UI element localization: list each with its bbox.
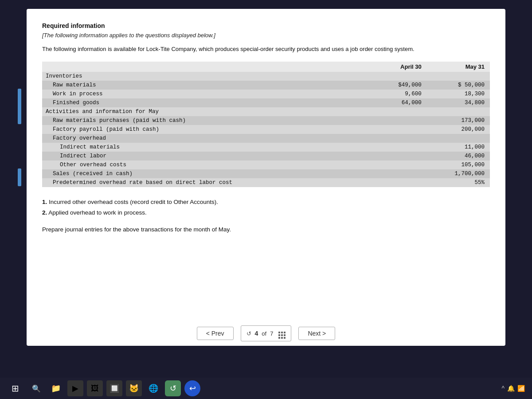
row-label: Raw materials [42,81,375,90]
description-text: The following information is available f… [42,45,490,54]
search-button[interactable]: 🔍 [28,380,44,396]
start-button[interactable]: ⊞ [7,380,23,396]
table-row: Predetermined overhead rate based on dir… [42,178,490,187]
app3-button[interactable]: ↺ [165,380,181,396]
table-row: Indirect labor46,000 [42,152,490,160]
table-row: Raw materials purchases (paid with cash)… [42,116,490,125]
app4-button[interactable]: ↩ [184,380,200,396]
row-label: Predetermined overhead rate based on dir… [42,178,375,187]
taskbar: ⊞ 🔍 📁 ▶ 🖼 🔲 🐱 🌐 ↺ ↩ ^ 🔔 📶 [0,378,532,399]
col-header-april: April 30 [375,62,427,72]
instruction-1: 1. Incurred other overhead costs (record… [42,197,490,207]
page-title: Required information [42,22,490,29]
file-explorer-button[interactable]: 📁 [48,380,64,396]
row-may-value [427,107,490,116]
row-may-value: $ 50,000 [427,81,490,90]
data-table: April 30 May 31 InventoriesRaw materials… [42,62,490,187]
row-april-value [375,152,427,160]
refresh-icon: ↺ [246,330,251,337]
row-april-value [375,72,427,81]
row-may-value: 1,700,000 [427,169,490,178]
browser-button[interactable]: 🌐 [145,380,161,396]
col-header-may: May 31 [427,62,490,72]
row-may-value: 46,000 [427,152,490,160]
app2-button[interactable]: 🐱 [126,380,142,396]
tray-icon-1: ^ [501,385,505,392]
table-row: Factory payroll (paid with cash)200,000 [42,125,490,134]
row-may-value: 11,000 [427,143,490,152]
row-april-value: $49,000 [375,81,427,90]
row-label: Indirect materials [42,143,375,152]
screen: Required information [The following info… [0,0,532,399]
of-label: of [262,330,266,337]
next-label: Next > [308,330,326,337]
next-button[interactable]: Next > [298,327,335,340]
current-page: 4 [255,330,258,337]
row-april-value [375,125,427,134]
grid-view-icon[interactable] [278,328,286,339]
prev-label: < Prev [206,330,224,337]
row-label: Other overhead costs [42,160,375,169]
prev-button[interactable]: < Prev [197,327,234,340]
page-subtitle: [The following information applies to th… [42,32,490,39]
row-april-value [375,107,427,116]
instructions: 1. Incurred other overhead costs (record… [42,197,490,219]
row-april-value [375,160,427,169]
table-row: Indirect materials11,000 [42,143,490,152]
table-row: Work in process9,60018,300 [42,90,490,98]
row-may-value [427,72,490,81]
row-april-value [375,143,427,152]
row-label: Finished goods [42,98,375,107]
row-april-value [375,116,427,125]
table-row: Factory overhead [42,134,490,143]
row-label: Factory payroll (paid with cash) [42,125,375,134]
row-label: Activities and information for May [42,107,375,116]
row-may-value [427,134,490,143]
row-may-value: 34,800 [427,98,490,107]
row-label: Indirect labor [42,152,375,160]
tray-icon-bell: 🔔 [507,385,515,392]
row-label: Raw materials purchases (paid with cash) [42,116,375,125]
instruction-2: 2. Applied overhead to work in process. [42,207,490,218]
row-may-value: 200,000 [427,125,490,134]
row-april-value: 64,000 [375,98,427,107]
table-row: Sales (received in cash)1,700,000 [42,169,490,178]
row-april-value [375,178,427,187]
media-button[interactable]: ▶ [67,380,83,396]
row-april-value [375,134,427,143]
total-pages: 7 [270,330,273,337]
col-header-label [42,62,375,72]
row-may-value: 173,000 [427,116,490,125]
instruction-2-text: Applied overhead to work in process. [48,209,146,216]
row-label: Inventories [42,72,375,81]
app1-button[interactable]: 🔲 [106,380,122,396]
left-accent-2 [18,168,21,186]
system-tray: ^ 🔔 📶 [501,385,525,392]
table-row: Raw materials$49,000$ 50,000 [42,81,490,90]
row-label: Work in process [42,90,375,98]
row-april-value: 9,600 [375,90,427,98]
table-row: Other overhead costs105,000 [42,160,490,169]
page-indicator: ↺ 4 of 7 [241,325,292,341]
row-label: Factory overhead [42,134,375,143]
instruction-2-bold: 2. [42,209,47,216]
instruction-1-bold: 1. [42,199,47,205]
gallery-button[interactable]: 🖼 [87,380,103,396]
row-may-value: 105,000 [427,160,490,169]
table-row: Finished goods64,00034,800 [42,98,490,107]
row-april-value [375,169,427,178]
tray-icon-wifi: 📶 [517,385,525,392]
row-may-value: 18,300 [427,90,490,98]
row-label: Sales (received in cash) [42,169,375,178]
prepare-text: Prepare journal entries for the above tr… [42,226,490,233]
content-area: Required information [The following info… [27,9,505,346]
instruction-1-text: Incurred other overhead costs (record cr… [49,199,218,205]
left-accent-1 [18,89,21,124]
grid-dots [278,332,286,339]
table-row: Activities and information for May [42,107,490,116]
table-row: Inventories [42,72,490,81]
row-may-value: 55% [427,178,490,187]
navigation-bar: < Prev ↺ 4 of 7 N [0,325,532,341]
